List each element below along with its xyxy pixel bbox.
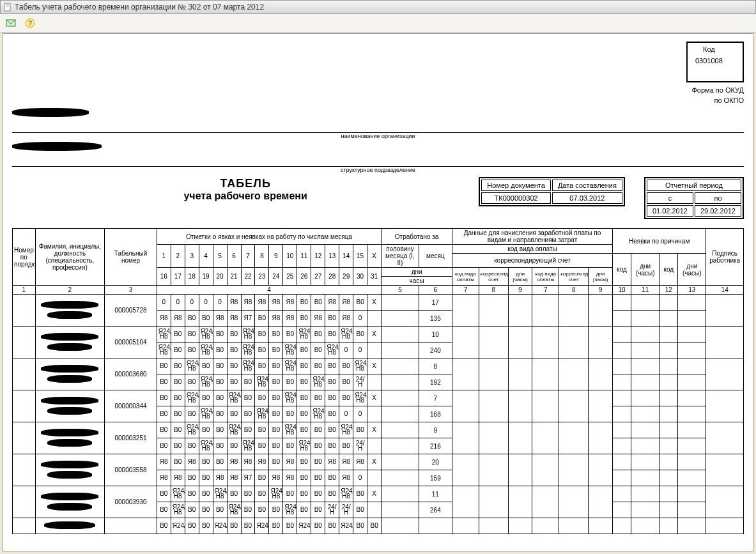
col-marks: Отметки о явках и неявках на работу по ч… bbox=[157, 229, 381, 245]
timesheet-table: Номер по порядку Фамилия, инициалы, долж… bbox=[12, 228, 744, 534]
svg-rect-2 bbox=[6, 6, 9, 6]
table-row: 000003558Я8В0Я8В0В0Я8Я8Я8В0Я8В0В0Я8Я8Я8X… bbox=[13, 454, 744, 470]
pay-dh-2: дни (часы) bbox=[589, 268, 613, 286]
period-from-label: с bbox=[647, 192, 693, 204]
svg-rect-1 bbox=[6, 4, 9, 5]
svg-text:?: ? bbox=[28, 19, 33, 27]
employee-tab-number: 000005728 bbox=[105, 295, 157, 327]
period-from: 01.02.2012 bbox=[647, 205, 693, 217]
table-row: 000005104Я24/Н8В0В0Я24/Н8В0В0Я24/Н8В0В0В… bbox=[13, 327, 744, 342]
employee-tab-number: 000000344 bbox=[105, 390, 157, 422]
employee-name-redacted bbox=[41, 461, 98, 468]
okud-label: Форма по ОКУД bbox=[692, 85, 744, 95]
table-row: 000000344В0В0Я24/Н8В0В0Я24/Н8В0В0В0Я24/Н… bbox=[13, 390, 744, 406]
employee-tab-number: 000003930 bbox=[105, 486, 157, 518]
org-name-redacted bbox=[12, 108, 89, 117]
col-num: Номер по порядку bbox=[13, 229, 36, 286]
period-box: Отчетный период спо 01.02.201229.02.2012 bbox=[644, 177, 744, 219]
col-days: дни bbox=[382, 268, 452, 277]
doc-date: 07.03.2012 bbox=[552, 192, 622, 204]
okpo-value bbox=[689, 67, 729, 80]
employee-name-redacted bbox=[41, 397, 98, 404]
worked-days: 10 bbox=[419, 327, 452, 342]
table-row: 000003930В0Я24/Н8В0В0Я24/Н8В0В0В0Я24/Н8В… bbox=[13, 486, 744, 502]
abs-code-2: код bbox=[660, 254, 678, 286]
period-to-label: по bbox=[695, 192, 741, 204]
pay-corr-1: корреспондирующий счет bbox=[479, 268, 508, 286]
table-row: 000003251В0В0Я24/Н8В0В0Я24/Н8В0В0В0Я24/Н… bbox=[13, 422, 744, 438]
col-payroll: Данные для начисления заработной платы п… bbox=[452, 229, 613, 245]
toolbar: ? bbox=[0, 14, 756, 33]
employee-name-redacted bbox=[41, 493, 98, 500]
worked-hours: 240 bbox=[419, 342, 452, 358]
col-paycode: код вида оплаты bbox=[452, 245, 613, 254]
col-sign: Подпись работника bbox=[706, 229, 744, 286]
window-titlebar: Табель учета рабочего времени организаци… bbox=[0, 0, 756, 14]
worked-days: 8 bbox=[419, 358, 452, 374]
worked-days: 9 bbox=[419, 422, 452, 438]
table-row: 00000572800000Я8Я8Я8Я8Я8В0В0Я8Я8В0X17 bbox=[13, 295, 744, 311]
help-icon: ? bbox=[25, 18, 35, 28]
dept-caption: структурное подразделение bbox=[12, 167, 744, 173]
employee-name-redacted bbox=[41, 365, 98, 373]
doc-num: ТК000000302 bbox=[481, 192, 551, 204]
pay-code-1: код вида оплаты bbox=[452, 268, 479, 286]
employee-name-redacted bbox=[41, 301, 98, 309]
abs-dh-1: дни (часы) bbox=[631, 254, 660, 286]
table-row: В0Я24/В0В0Я24/В0В0Я24/В0В0Я24/В0В0Я24/В0… bbox=[13, 518, 744, 534]
svg-rect-0 bbox=[4, 3, 10, 11]
help-button[interactable]: ? bbox=[23, 16, 37, 30]
doc-info-box: Номер документаДата составления ТК000000… bbox=[479, 177, 625, 206]
col-tab: Табельный номер bbox=[105, 229, 157, 286]
col-hours: часы bbox=[382, 277, 452, 286]
worked-days: 20 bbox=[419, 454, 452, 470]
abs-code-1: код bbox=[612, 254, 631, 286]
col-month: месяц bbox=[419, 245, 452, 268]
doc-date-label: Дата составления bbox=[552, 180, 622, 191]
worked-hours: 192 bbox=[419, 374, 452, 390]
employee-tab-number: 000003558 bbox=[105, 454, 157, 486]
employee-tab-number: 000003680 bbox=[105, 358, 157, 390]
worked-days: 17 bbox=[419, 295, 452, 311]
worked-hours: 159 bbox=[419, 470, 452, 486]
org-caption: наименование организации bbox=[12, 133, 744, 139]
col-absence: Неявки по причинам bbox=[612, 229, 706, 254]
document-viewport[interactable]: Код 0301008 Форма по ОКУД по ОКПО наимен… bbox=[3, 33, 753, 551]
table-row: 000003680В0В0Я24/Н8В0В0В0Я24/Н8В0В0Я24/Н… bbox=[13, 358, 744, 374]
worked-hours: 168 bbox=[419, 406, 452, 422]
envelope-icon bbox=[6, 19, 16, 27]
pay-code-2: код вида оплаты bbox=[532, 268, 559, 286]
col-worked: Отработано за bbox=[382, 229, 452, 245]
col-half: половину месяца (I, II) bbox=[382, 245, 419, 268]
worked-hours: 216 bbox=[419, 438, 452, 454]
worked-hours: 135 bbox=[419, 311, 452, 327]
window-title: Табель учета рабочего времени организаци… bbox=[15, 3, 264, 12]
employee-tab-number: 000003251 bbox=[105, 422, 157, 454]
code-box: Код 0301008 bbox=[686, 42, 744, 82]
okpo-label: по ОКПО bbox=[692, 95, 744, 105]
okud-value: 0301008 bbox=[689, 56, 729, 66]
worked-days: 11 bbox=[419, 486, 452, 502]
doc-title-1: ТАБЕЛЬ bbox=[12, 177, 479, 190]
col-name: Фамилия, инициалы, должность (специально… bbox=[35, 229, 105, 286]
employee-name-redacted bbox=[41, 333, 98, 341]
col-corr: корреспондирующий счет bbox=[452, 254, 613, 268]
period-to: 29.02.2012 bbox=[695, 205, 741, 217]
abs-dh-2: дни (часы) bbox=[678, 254, 706, 286]
email-button[interactable] bbox=[4, 16, 18, 30]
employee-name-redacted bbox=[41, 429, 98, 436]
doc-num-label: Номер документа bbox=[481, 180, 551, 191]
code-label: Код bbox=[689, 44, 729, 54]
pay-dh-1: дни (часы) bbox=[508, 268, 532, 286]
document-icon bbox=[3, 3, 12, 12]
doc-title-2: учета рабочего времени bbox=[12, 190, 479, 202]
pay-corr-2: корреспондирующий счет bbox=[559, 268, 589, 286]
employee-tab-number: 000005104 bbox=[105, 327, 157, 358]
dept-name-redacted bbox=[12, 142, 102, 151]
worked-hours: 264 bbox=[419, 502, 452, 518]
period-label: Отчетный период bbox=[647, 180, 741, 191]
worked-days: 7 bbox=[419, 390, 452, 406]
